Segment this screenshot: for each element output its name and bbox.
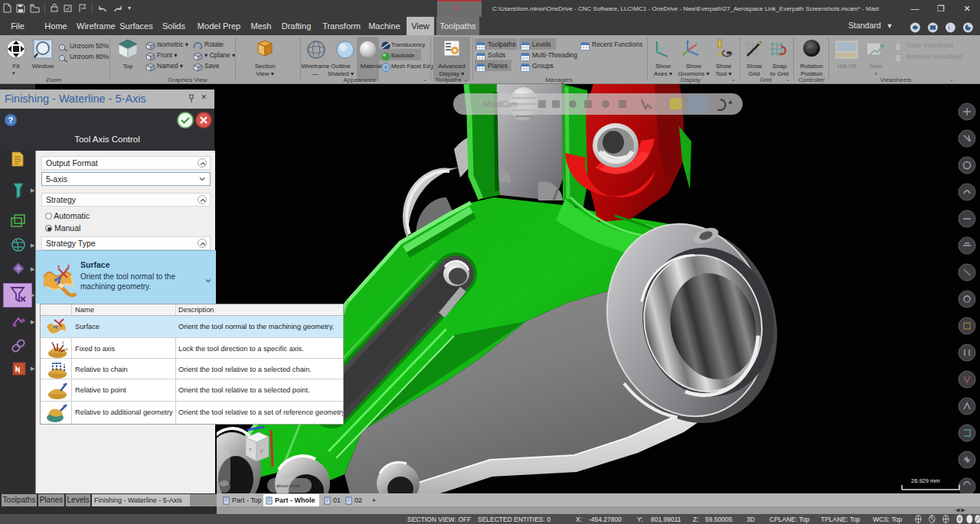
svg-text:i: i — [949, 24, 950, 31]
svg-text:about-circle: about-circle — [276, 483, 301, 488]
svg-text:y: y — [62, 340, 64, 344]
svg-text:x: x — [66, 347, 68, 351]
svg-text:?: ? — [8, 116, 14, 125]
svg-text:F: F — [260, 449, 263, 454]
svg-text:T: T — [249, 448, 252, 452]
svg-text:MastiCam: MastiCam — [483, 100, 518, 109]
svg-text:26.929 mm: 26.929 mm — [911, 477, 940, 484]
